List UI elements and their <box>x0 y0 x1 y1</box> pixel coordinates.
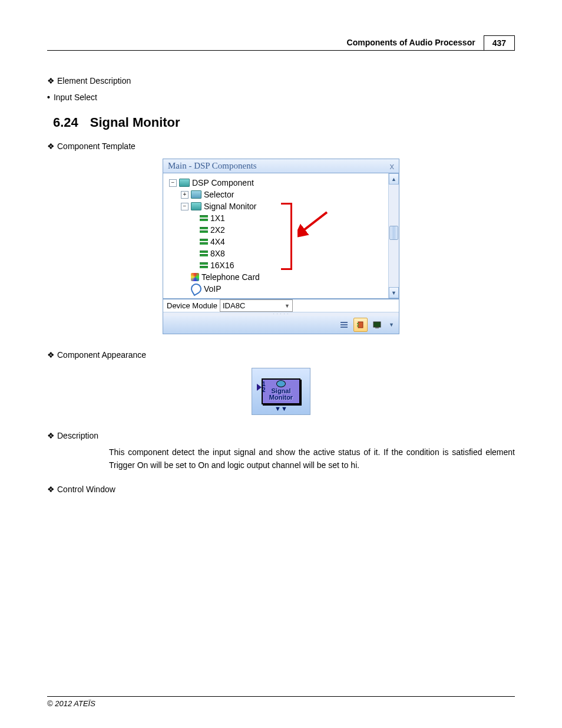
tree-root[interactable]: − DSP Component <box>169 177 396 189</box>
port-number: 2 <box>262 387 266 393</box>
scroll-thumb[interactable] <box>389 226 398 240</box>
tree-selector[interactable]: + Selector <box>169 189 396 200</box>
tree-label: 16X16 <box>210 261 234 270</box>
toolbar-list-icon[interactable] <box>337 318 351 332</box>
tree-label: Signal Monitor <box>204 202 257 211</box>
toolbar-dropdown-icon[interactable]: ▼ <box>389 322 394 328</box>
tree-label: DSP Component <box>192 178 254 187</box>
section-heading: 6.24 Signal Monitor <box>53 115 515 130</box>
component-input-ports: 1 2 <box>257 381 266 393</box>
svg-rect-3 <box>340 324 348 325</box>
chevron-down-icon: ▼ <box>285 303 290 309</box>
device-module-row: Device Module IDA8C ▼ <box>163 299 399 312</box>
header-title: Components of Audio Processor <box>342 35 480 50</box>
annotation-bracket <box>281 203 292 270</box>
folder-open-icon <box>179 179 190 187</box>
annotation-arrow-icon <box>297 209 333 238</box>
tree-label: 8X8 <box>210 249 225 258</box>
section-number: 6.24 <box>53 115 78 130</box>
control-window-heading: Control Window <box>47 483 515 496</box>
tree-telephone-card[interactable]: Telephone Card <box>169 271 396 283</box>
svg-rect-9 <box>375 327 379 328</box>
tree-label: 4X4 <box>210 237 225 246</box>
toolbar-monitor-icon[interactable] <box>370 318 384 332</box>
device-module-select[interactable]: IDA8C ▼ <box>220 299 293 312</box>
tree-label: 1X1 <box>210 213 225 223</box>
svg-rect-8 <box>373 322 381 327</box>
tree-label: Telephone Card <box>201 272 260 282</box>
module-icon <box>200 262 208 268</box>
component-module[interactable]: Signal Monitor <box>262 378 300 404</box>
svg-rect-6 <box>357 323 359 324</box>
module-icon <box>200 239 208 245</box>
toolbar-component-icon[interactable] <box>353 318 368 332</box>
component-appearance-block: 1 2 Signal Monitor ▼▼ <box>252 368 310 415</box>
svg-rect-2 <box>340 322 348 323</box>
svg-rect-5 <box>358 322 363 328</box>
input-select-item: Input Select <box>47 91 515 104</box>
component-label-line2: Monitor <box>264 394 298 401</box>
dsp-components-window: Main - DSP Components x − DSP Component … <box>163 159 399 334</box>
dsp-toolbar: ▼ <box>163 316 399 334</box>
resize-gripper[interactable]: · · · · · <box>163 312 399 316</box>
port-triangle-icon <box>257 384 262 391</box>
device-module-value: IDA8C <box>223 301 245 310</box>
close-icon[interactable]: x <box>390 161 395 171</box>
dsp-titlebar: Main - DSP Components x <box>163 159 399 173</box>
copyright: © 2012 ATEÏS <box>47 699 95 708</box>
module-icon <box>200 227 208 233</box>
tree-voip[interactable]: VoIP <box>169 283 396 295</box>
telephone-icon <box>191 273 199 281</box>
tree-label: Selector <box>204 190 234 199</box>
page-header: Components of Audio Processor 437 <box>47 35 515 51</box>
voip-icon <box>189 282 204 297</box>
component-oval-icon <box>276 380 286 387</box>
element-description-heading: Element Description <box>47 74 515 87</box>
tree-label: 2X2 <box>210 225 225 235</box>
scroll-down-icon[interactable]: ▼ <box>389 287 399 298</box>
description-text: This component detect the input signal a… <box>109 446 515 472</box>
collapse-icon[interactable]: − <box>169 179 177 187</box>
description-heading: Description <box>47 429 515 442</box>
dsp-window-title: Main - DSP Components <box>168 161 257 171</box>
scrollbar[interactable]: ▲ ▼ <box>388 173 399 298</box>
scroll-track[interactable] <box>389 185 399 287</box>
section-title: Signal Monitor <box>90 115 180 130</box>
svg-rect-4 <box>340 327 348 328</box>
folder-open-icon <box>191 202 201 210</box>
device-module-label: Device Module <box>163 299 220 312</box>
svg-rect-7 <box>357 325 359 327</box>
page-number: 437 <box>484 35 515 50</box>
folder-closed-icon <box>191 190 201 199</box>
svg-line-1 <box>301 212 327 232</box>
expand-icon[interactable]: + <box>181 191 189 199</box>
page-footer: © 2012 ATEÏS <box>47 696 515 708</box>
module-icon <box>200 215 208 221</box>
dsp-tree: − DSP Component + Selector − Signal Moni… <box>163 173 399 298</box>
component-appearance-heading: Component Appearance <box>47 348 515 361</box>
component-output-arrows-icon: ▼▼ <box>252 405 310 412</box>
component-template-heading: Component Template <box>47 140 515 153</box>
scroll-up-icon[interactable]: ▲ <box>389 173 399 185</box>
tree-label: VoIP <box>204 284 222 294</box>
collapse-icon[interactable]: − <box>181 203 189 210</box>
module-icon <box>200 251 208 256</box>
